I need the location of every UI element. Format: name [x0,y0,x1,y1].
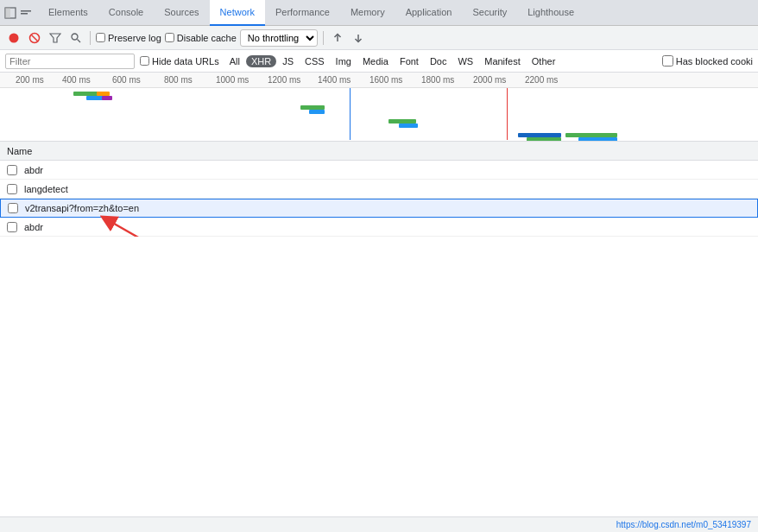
request-checkbox-4[interactable] [7,222,17,232]
filter-input[interactable] [5,54,135,69]
request-name-2: langdetect [24,184,751,194]
clear-button[interactable] [26,29,43,47]
search-icon-button[interactable] [67,29,85,47]
filter-bar: Hide data URLs All XHR JS CSS Img Media … [0,50,758,73]
filter-btn-media[interactable]: Media [357,55,394,67]
hide-data-urls-group: Hide data URLs [140,56,219,66]
timeline-area: 200 ms 400 ms 600 ms 800 ms 1000 ms 1200… [0,73,758,142]
tick-600ms: 600 ms [112,75,141,85]
tab-sources[interactable]: Sources [154,0,209,26]
timeline-ruler: 200 ms 400 ms 600 ms 800 ms 1000 ms 1200… [0,73,758,88]
filter-btn-img[interactable]: Img [331,55,357,67]
download-btn[interactable] [350,29,367,47]
menu-icon[interactable] [19,6,33,20]
request-name-3: v2transapi?from=zh&to=en [25,203,750,213]
tab-console[interactable]: Console [98,0,154,26]
status-url[interactable]: https://blog.csdn.net/m0_53419397 [616,520,751,529]
tick-1000ms: 1000 ms [216,75,249,85]
tab-application[interactable]: Application [395,0,463,26]
upload-btn[interactable] [329,29,346,47]
toolbar-divider-1 [90,31,91,45]
filter-btn-other[interactable]: Other [527,55,561,67]
status-bar: https://blog.csdn.net/m0_53419397 [0,516,758,532]
throttling-select[interactable]: No throttling [240,29,318,47]
tab-network[interactable]: Network [210,0,265,26]
tab-security[interactable]: Security [462,0,517,26]
request-row-1[interactable]: abdr [0,161,758,180]
hide-data-urls-checkbox[interactable] [140,56,149,66]
filter-icon-button[interactable] [47,29,64,47]
dock-icon[interactable] [3,6,17,20]
tab-elements[interactable]: Elements [38,0,98,26]
request-row-4[interactable]: abdr [0,218,758,237]
svg-rect-2 [21,10,31,12]
filter-btn-all[interactable]: All [224,55,245,67]
filter-type-buttons: All XHR JS CSS Img Media Font Doc WS Man… [224,55,561,67]
preserve-log-checkbox[interactable] [96,33,105,42]
request-checkbox-3[interactable] [8,203,18,213]
tick-200ms: 200 ms [16,75,44,85]
timeline-waterfall [0,88,758,140]
devtools-icons [3,6,35,20]
filter-btn-manifest[interactable]: Manifest [479,55,526,67]
svg-rect-1 [5,8,10,18]
tick-1200ms: 1200 ms [268,75,300,85]
preserve-log-label: Preserve log [108,33,161,43]
request-list-header: Name [0,142,758,161]
tick-1400ms: 1400 ms [318,75,351,85]
request-name-4: abdr [24,222,751,232]
request-name-1: abdr [24,165,751,175]
toolbar: Preserve log Disable cache No throttling [0,26,758,50]
filter-btn-css[interactable]: CSS [300,55,330,67]
request-checkbox-1[interactable] [7,165,17,175]
record-button[interactable] [5,29,22,47]
name-column-header: Name [7,146,32,156]
tab-performance[interactable]: Performance [265,0,340,26]
has-blocked-checkbox[interactable] [662,55,673,66]
filter-btn-font[interactable]: Font [395,55,424,67]
tick-800ms: 800 ms [164,75,193,85]
tick-1800ms: 1800 ms [421,75,454,85]
tab-lighthouse[interactable]: Lighthouse [517,0,584,26]
svg-point-4 [9,33,19,42]
filter-btn-xhr[interactable]: XHR [246,55,276,67]
tick-400ms: 400 ms [62,75,91,85]
filter-btn-ws[interactable]: WS [452,55,478,67]
request-list: abdr langdetect v2transapi?from=zh&to=en… [0,161,758,237]
disable-cache-label: Disable cache [177,33,237,43]
preserve-log-group: Preserve log [96,33,161,43]
svg-point-8 [72,34,78,40]
request-row-2[interactable]: langdetect [0,180,758,199]
request-row-3[interactable]: v2transapi?from=zh&to=en [0,199,758,218]
filter-btn-doc[interactable]: Doc [425,55,452,67]
has-blocked-group: Has blocked cooki [662,55,753,66]
svg-marker-7 [50,34,60,42]
tab-memory[interactable]: Memory [340,0,395,26]
tick-2200ms: 2200 ms [525,75,558,85]
filter-btn-js[interactable]: JS [277,55,299,67]
request-checkbox-2[interactable] [7,184,17,194]
tick-2000ms: 2000 ms [473,75,506,85]
disable-cache-checkbox[interactable] [165,33,174,42]
tab-bar: Elements Console Sources Network Perform… [0,0,758,26]
toolbar-divider-2 [323,31,324,45]
has-blocked-label: Has blocked cooki [676,56,753,66]
disable-cache-group: Disable cache [165,33,237,43]
svg-line-6 [32,35,38,41]
hide-data-urls-label: Hide data URLs [152,56,219,66]
svg-rect-3 [21,13,28,15]
tick-1600ms: 1600 ms [370,75,402,85]
svg-line-9 [78,39,81,42]
